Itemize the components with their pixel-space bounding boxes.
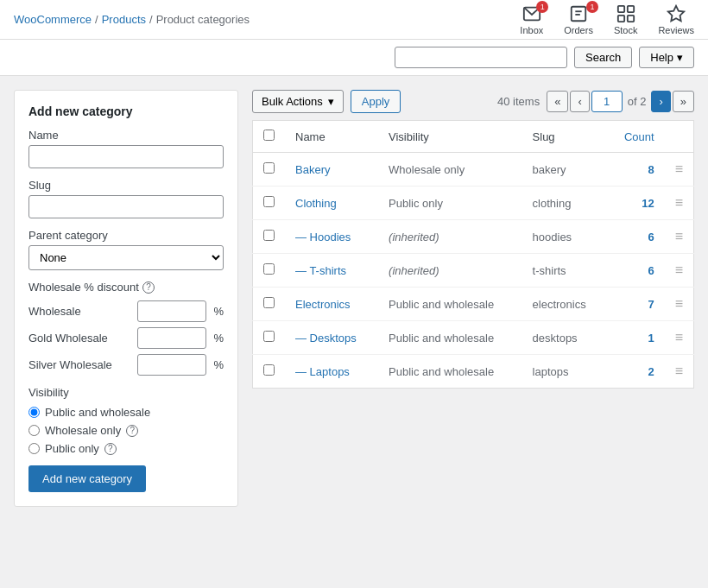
bulk-actions-button[interactable]: Bulk Actions ▾	[252, 90, 344, 113]
slug-cell: t-shirts	[533, 264, 566, 277]
visibility-public-wholesale-radio[interactable]	[28, 407, 40, 418]
pagination: « ‹ of 2 › »	[547, 91, 694, 112]
items-count: 40 items	[497, 95, 540, 108]
drag-handle-icon[interactable]: ≡	[675, 229, 683, 243]
slug-cell: hoodies	[533, 231, 572, 243]
silver-wholesale-input[interactable]	[137, 354, 206, 376]
visibility-cell: (inherited)	[389, 231, 439, 243]
discount-help-icon[interactable]: ?	[142, 281, 155, 294]
breadcrumb-products[interactable]: Products	[102, 13, 146, 26]
visibility-wholesale-only-label: Wholesale only	[45, 424, 121, 437]
breadcrumb-woocommerce[interactable]: WooCommerce	[14, 13, 92, 26]
row-checkbox[interactable]	[263, 162, 275, 174]
visibility-public-only-radio[interactable]	[28, 443, 40, 454]
stock-icon-item[interactable]: Stock	[614, 4, 638, 35]
slug-input[interactable]	[28, 195, 224, 218]
count-cell[interactable]: 1	[648, 332, 654, 345]
reviews-icon-item[interactable]: Reviews	[658, 4, 694, 35]
count-cell[interactable]: 7	[648, 298, 654, 311]
gold-wholesale-input[interactable]	[137, 327, 206, 349]
row-checkbox[interactable]	[263, 331, 275, 342]
table-row: BakeryWholesale onlybakery8≡	[253, 153, 694, 187]
apply-button[interactable]: Apply	[351, 90, 401, 113]
count-cell[interactable]: 6	[648, 231, 654, 243]
drag-handle-icon[interactable]: ≡	[675, 330, 683, 345]
table-row: — T-shirts(inherited)t-shirts6≡	[253, 254, 694, 288]
pag-first-button[interactable]: «	[547, 91, 568, 112]
gold-wholesale-pct: %	[213, 332, 224, 345]
category-link[interactable]: — Hoodies	[295, 231, 351, 243]
parent-select[interactable]: None	[28, 245, 224, 270]
breadcrumb-sep2: /	[149, 13, 153, 26]
table-row: — LaptopsPublic and wholesalelaptops2≡	[253, 355, 694, 389]
toolbar-right: 40 items « ‹ of 2 › »	[497, 91, 694, 112]
orders-label: Orders	[564, 25, 593, 35]
category-link[interactable]: — Laptops	[295, 365, 350, 378]
inbox-badge: 1	[536, 1, 548, 13]
drag-handle-icon[interactable]: ≡	[675, 195, 683, 210]
table-row: — Hoodies(inherited)hoodies6≡	[253, 220, 694, 254]
pag-current-input[interactable]	[591, 91, 623, 112]
col-header-drag	[665, 121, 694, 153]
col-header-check	[253, 121, 286, 153]
public-only-help-icon[interactable]: ?	[104, 443, 117, 455]
wholesale-label: Wholesale	[28, 305, 130, 318]
row-checkbox[interactable]	[263, 364, 275, 376]
slug-cell: laptops	[533, 365, 569, 378]
inbox-icon-item[interactable]: 1 Inbox	[520, 4, 543, 35]
pag-prev-button[interactable]: ‹	[570, 91, 589, 112]
select-all-checkbox[interactable]	[263, 130, 275, 141]
main-layout: Add new category Name Slug Parent catego…	[0, 76, 708, 521]
help-button[interactable]: Help ▾	[639, 47, 694, 68]
orders-badge: 1	[586, 1, 598, 13]
row-checkbox[interactable]	[263, 196, 275, 207]
add-new-category-button[interactable]: Add new category	[28, 465, 146, 492]
row-checkbox[interactable]	[263, 263, 275, 275]
col-header-count[interactable]: Count	[607, 121, 665, 153]
silver-wholesale-label: Silver Wholesale	[28, 358, 130, 371]
name-input[interactable]	[28, 145, 224, 168]
visibility-options: Public and wholesale Wholesale only ? Pu…	[28, 406, 224, 455]
drag-handle-icon[interactable]: ≡	[675, 161, 683, 176]
col-header-visibility: Visibility	[378, 121, 522, 153]
search-input[interactable]	[395, 47, 567, 68]
drag-handle-icon[interactable]: ≡	[675, 364, 683, 378]
visibility-wholesale-only-radio[interactable]	[28, 425, 40, 436]
toolbar-left: Bulk Actions ▾ Apply	[252, 90, 401, 113]
bulk-actions-label: Bulk Actions	[262, 95, 323, 108]
orders-icon-item[interactable]: 1 Orders	[564, 4, 593, 35]
row-checkbox[interactable]	[263, 230, 275, 241]
row-checkbox[interactable]	[263, 297, 275, 308]
drag-handle-icon[interactable]: ≡	[675, 262, 683, 277]
visibility-cell: Public only	[389, 197, 443, 210]
category-link[interactable]: Electronics	[295, 298, 351, 311]
count-cell[interactable]: 6	[648, 264, 654, 277]
category-link[interactable]: — Desktops	[295, 332, 357, 345]
slug-field: Slug	[28, 179, 224, 218]
reviews-label: Reviews	[658, 25, 694, 35]
pag-last-button[interactable]: »	[673, 91, 694, 112]
category-link[interactable]: — T-shirts	[295, 264, 346, 277]
count-cell[interactable]: 12	[642, 197, 654, 210]
wholesale-only-help-icon[interactable]: ?	[126, 425, 138, 437]
svg-rect-4	[617, 5, 623, 11]
category-link[interactable]: Clothing	[295, 197, 337, 210]
breadcrumb-current: Product categories	[156, 13, 250, 26]
left-panel: Add new category Name Slug Parent catego…	[14, 90, 238, 507]
visibility-public-wholesale-label: Public and wholesale	[45, 406, 150, 419]
toolbar: Bulk Actions ▾ Apply 40 items « ‹ of 2 ›…	[252, 90, 694, 113]
pag-of-label: of 2	[628, 95, 647, 108]
count-cell[interactable]: 2	[648, 365, 654, 378]
pag-next-button[interactable]: ›	[651, 91, 670, 112]
svg-rect-5	[627, 5, 633, 11]
drag-handle-icon[interactable]: ≡	[675, 296, 683, 311]
col-header-name[interactable]: Name	[285, 121, 378, 153]
breadcrumb-sep1: /	[95, 13, 98, 26]
top-icons-container: 1 Inbox 1 Orders Stock Reviews	[520, 4, 694, 35]
wholesale-input[interactable]	[137, 300, 206, 322]
category-link[interactable]: Bakery	[295, 163, 330, 176]
top-nav: WooCommerce / Products / Product categor…	[0, 0, 708, 40]
table-header-row: Name Visibility Slug Count	[253, 121, 694, 153]
search-button[interactable]: Search	[574, 47, 632, 68]
count-cell[interactable]: 8	[648, 163, 654, 176]
